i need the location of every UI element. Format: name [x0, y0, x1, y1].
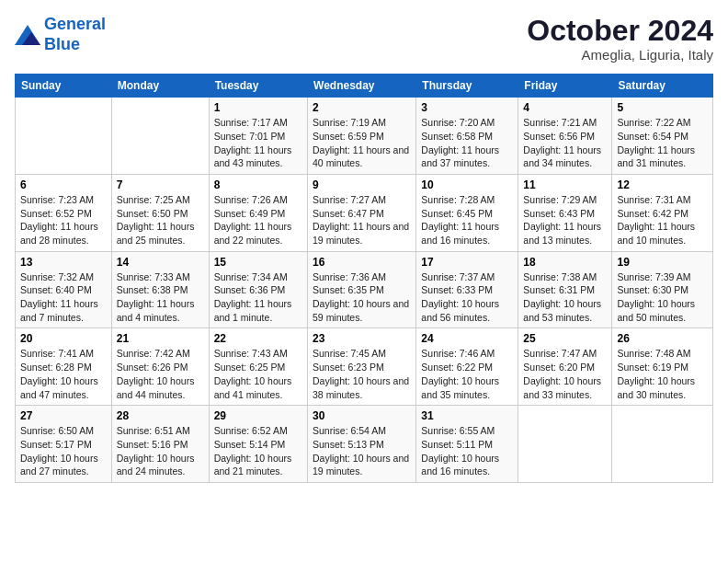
- weekday-header-thursday: Thursday: [416, 75, 518, 98]
- day-number: 25: [523, 332, 607, 345]
- calendar-cell: [111, 98, 209, 175]
- calendar-cell: 23 Sunrise: 7:45 AM Sunset: 6:23 PM Dayl…: [308, 328, 416, 406]
- calendar-cell: 31 Sunrise: 6:55 AM Sunset: 5:11 PM Dayl…: [416, 406, 518, 483]
- weekday-row: SundayMondayTuesdayWednesdayThursdayFrid…: [16, 75, 713, 98]
- calendar-cell: 1 Sunrise: 7:17 AM Sunset: 7:01 PM Dayli…: [209, 98, 307, 175]
- day-number: 24: [421, 332, 513, 345]
- day-detail: Sunrise: 7:27 AM Sunset: 6:47 PM Dayligh…: [313, 193, 411, 247]
- calendar-cell: 9 Sunrise: 7:27 AM Sunset: 6:47 PM Dayli…: [308, 174, 416, 251]
- day-detail: Sunrise: 7:45 AM Sunset: 6:23 PM Dayligh…: [313, 347, 411, 401]
- day-number: 27: [20, 409, 107, 422]
- day-detail: Sunrise: 6:55 AM Sunset: 5:11 PM Dayligh…: [421, 424, 513, 478]
- day-number: 20: [20, 332, 107, 345]
- calendar-week-1: 1 Sunrise: 7:17 AM Sunset: 7:01 PM Dayli…: [16, 98, 713, 175]
- calendar-cell: 6 Sunrise: 7:23 AM Sunset: 6:52 PM Dayli…: [16, 174, 112, 251]
- calendar-cell: [16, 98, 112, 175]
- calendar-header: SundayMondayTuesdayWednesdayThursdayFrid…: [16, 75, 713, 98]
- day-detail: Sunrise: 7:36 AM Sunset: 6:35 PM Dayligh…: [313, 270, 411, 325]
- calendar-cell: 28 Sunrise: 6:51 AM Sunset: 5:16 PM Dayl…: [111, 406, 209, 483]
- calendar-cell: [612, 406, 713, 483]
- calendar-cell: 22 Sunrise: 7:43 AM Sunset: 6:25 PM Dayl…: [209, 328, 307, 406]
- calendar-cell: 30 Sunrise: 6:54 AM Sunset: 5:13 PM Dayl…: [308, 406, 416, 483]
- day-number: 28: [117, 409, 204, 422]
- day-detail: Sunrise: 7:37 AM Sunset: 6:33 PM Dayligh…: [421, 270, 513, 325]
- day-number: 7: [117, 178, 204, 191]
- day-detail: Sunrise: 7:33 AM Sunset: 6:38 PM Dayligh…: [117, 270, 204, 325]
- calendar-cell: 15 Sunrise: 7:34 AM Sunset: 6:36 PM Dayl…: [209, 251, 307, 328]
- day-number: 4: [523, 101, 607, 114]
- calendar-cell: 4 Sunrise: 7:21 AM Sunset: 6:56 PM Dayli…: [518, 98, 612, 175]
- day-detail: Sunrise: 7:34 AM Sunset: 6:36 PM Dayligh…: [214, 270, 302, 325]
- day-detail: Sunrise: 7:32 AM Sunset: 6:40 PM Dayligh…: [20, 270, 107, 325]
- day-detail: Sunrise: 7:39 AM Sunset: 6:30 PM Dayligh…: [617, 270, 708, 325]
- day-detail: Sunrise: 7:22 AM Sunset: 6:54 PM Dayligh…: [617, 116, 708, 170]
- day-detail: Sunrise: 6:52 AM Sunset: 5:14 PM Dayligh…: [214, 424, 302, 478]
- day-detail: Sunrise: 6:50 AM Sunset: 5:17 PM Dayligh…: [20, 424, 107, 478]
- weekday-header-wednesday: Wednesday: [308, 75, 416, 98]
- day-detail: Sunrise: 7:48 AM Sunset: 6:19 PM Dayligh…: [617, 347, 708, 401]
- day-number: 1: [214, 101, 302, 114]
- calendar-week-3: 13 Sunrise: 7:32 AM Sunset: 6:40 PM Dayl…: [16, 251, 713, 328]
- day-detail: Sunrise: 6:51 AM Sunset: 5:16 PM Dayligh…: [117, 424, 204, 478]
- location: Ameglia, Liguria, Italy: [527, 47, 713, 63]
- calendar-cell: 21 Sunrise: 7:42 AM Sunset: 6:26 PM Dayl…: [111, 328, 209, 406]
- day-number: 11: [523, 178, 607, 191]
- calendar-cell: [518, 406, 612, 483]
- calendar-cell: 18 Sunrise: 7:38 AM Sunset: 6:31 PM Dayl…: [518, 251, 612, 328]
- day-detail: Sunrise: 7:47 AM Sunset: 6:20 PM Dayligh…: [523, 347, 607, 401]
- calendar-body: 1 Sunrise: 7:17 AM Sunset: 7:01 PM Dayli…: [16, 98, 713, 483]
- calendar-cell: 24 Sunrise: 7:46 AM Sunset: 6:22 PM Dayl…: [416, 328, 518, 406]
- day-detail: Sunrise: 7:42 AM Sunset: 6:26 PM Dayligh…: [117, 347, 204, 401]
- month-title: October 2024: [527, 15, 713, 47]
- weekday-header-tuesday: Tuesday: [209, 75, 307, 98]
- logo-text: General Blue: [44, 15, 106, 54]
- day-number: 9: [313, 178, 411, 191]
- day-number: 16: [313, 256, 411, 269]
- day-detail: Sunrise: 7:41 AM Sunset: 6:28 PM Dayligh…: [20, 347, 107, 401]
- day-number: 29: [214, 409, 302, 422]
- day-number: 22: [214, 332, 302, 345]
- day-number: 18: [523, 256, 607, 269]
- weekday-header-monday: Monday: [111, 75, 209, 98]
- calendar-cell: 20 Sunrise: 7:41 AM Sunset: 6:28 PM Dayl…: [16, 328, 112, 406]
- calendar-cell: 13 Sunrise: 7:32 AM Sunset: 6:40 PM Dayl…: [16, 251, 112, 328]
- day-number: 6: [20, 178, 107, 191]
- day-detail: Sunrise: 7:26 AM Sunset: 6:49 PM Dayligh…: [214, 193, 302, 247]
- calendar-cell: 12 Sunrise: 7:31 AM Sunset: 6:42 PM Dayl…: [612, 174, 713, 251]
- title-block: October 2024 Ameglia, Liguria, Italy: [527, 15, 713, 63]
- day-detail: Sunrise: 7:19 AM Sunset: 6:59 PM Dayligh…: [313, 116, 411, 170]
- calendar-cell: 8 Sunrise: 7:26 AM Sunset: 6:49 PM Dayli…: [209, 174, 307, 251]
- weekday-header-sunday: Sunday: [16, 75, 112, 98]
- logo-icon: [15, 25, 40, 45]
- day-number: 5: [617, 101, 708, 114]
- day-detail: Sunrise: 7:20 AM Sunset: 6:58 PM Dayligh…: [421, 116, 513, 170]
- day-detail: Sunrise: 7:31 AM Sunset: 6:42 PM Dayligh…: [617, 193, 708, 247]
- day-detail: Sunrise: 7:43 AM Sunset: 6:25 PM Dayligh…: [214, 347, 302, 401]
- calendar-cell: 19 Sunrise: 7:39 AM Sunset: 6:30 PM Dayl…: [612, 251, 713, 328]
- calendar-cell: 11 Sunrise: 7:29 AM Sunset: 6:43 PM Dayl…: [518, 174, 612, 251]
- day-detail: Sunrise: 7:29 AM Sunset: 6:43 PM Dayligh…: [523, 193, 607, 247]
- day-detail: Sunrise: 7:25 AM Sunset: 6:50 PM Dayligh…: [117, 193, 204, 247]
- day-number: 15: [214, 256, 302, 269]
- day-number: 17: [421, 256, 513, 269]
- day-detail: Sunrise: 7:38 AM Sunset: 6:31 PM Dayligh…: [523, 270, 607, 325]
- calendar-week-5: 27 Sunrise: 6:50 AM Sunset: 5:17 PM Dayl…: [16, 406, 713, 483]
- calendar-cell: 27 Sunrise: 6:50 AM Sunset: 5:17 PM Dayl…: [16, 406, 112, 483]
- day-number: 14: [117, 256, 204, 269]
- calendar-cell: 17 Sunrise: 7:37 AM Sunset: 6:33 PM Dayl…: [416, 251, 518, 328]
- weekday-header-saturday: Saturday: [612, 75, 713, 98]
- calendar-cell: 25 Sunrise: 7:47 AM Sunset: 6:20 PM Dayl…: [518, 328, 612, 406]
- day-number: 8: [214, 178, 302, 191]
- calendar-cell: 29 Sunrise: 6:52 AM Sunset: 5:14 PM Dayl…: [209, 406, 307, 483]
- calendar-cell: 5 Sunrise: 7:22 AM Sunset: 6:54 PM Dayli…: [612, 98, 713, 175]
- day-detail: Sunrise: 7:23 AM Sunset: 6:52 PM Dayligh…: [20, 193, 107, 247]
- day-number: 2: [313, 101, 411, 114]
- day-number: 13: [20, 256, 107, 269]
- calendar-cell: 10 Sunrise: 7:28 AM Sunset: 6:45 PM Dayl…: [416, 174, 518, 251]
- calendar-cell: 14 Sunrise: 7:33 AM Sunset: 6:38 PM Dayl…: [111, 251, 209, 328]
- calendar-cell: 26 Sunrise: 7:48 AM Sunset: 6:19 PM Dayl…: [612, 328, 713, 406]
- page-header: General Blue October 2024 Ameglia, Ligur…: [15, 15, 713, 63]
- calendar-cell: 7 Sunrise: 7:25 AM Sunset: 6:50 PM Dayli…: [111, 174, 209, 251]
- calendar-cell: 3 Sunrise: 7:20 AM Sunset: 6:58 PM Dayli…: [416, 98, 518, 175]
- calendar-week-2: 6 Sunrise: 7:23 AM Sunset: 6:52 PM Dayli…: [16, 174, 713, 251]
